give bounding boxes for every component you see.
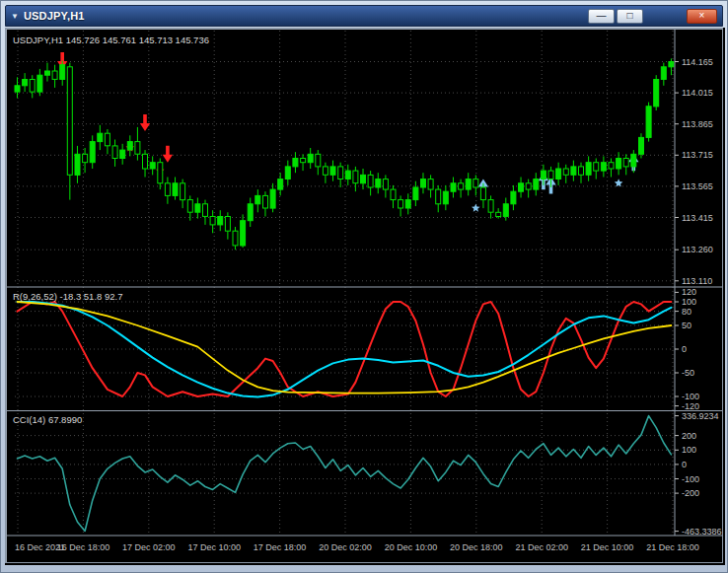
candle	[436, 189, 441, 204]
candle	[503, 204, 508, 217]
time-label: 21 Dec 10:00	[581, 542, 634, 552]
candle	[391, 189, 396, 200]
candle	[571, 167, 576, 175]
candle	[594, 163, 599, 171]
sell-arrow-icon	[140, 114, 150, 131]
candle	[23, 80, 28, 86]
candle	[301, 159, 306, 163]
wpr-slow-line	[18, 302, 672, 394]
candle	[127, 142, 132, 150]
chart-client-area: 114.165114.015113.865113.715113.565113.4…	[5, 28, 725, 565]
candle	[181, 183, 185, 200]
axis-label: 113.565	[682, 181, 713, 191]
axis-label: 113.865	[682, 119, 713, 129]
wpr-mid-line	[18, 302, 672, 397]
window-titlebar[interactable]: ▼ USDJPY,H1 — □ ×	[5, 5, 723, 27]
candle	[187, 200, 192, 213]
candle	[270, 189, 275, 208]
candle	[541, 171, 546, 179]
candle	[30, 80, 35, 93]
axis-label: 336.9234	[682, 411, 719, 421]
axis-label: 100	[682, 297, 696, 307]
candle	[383, 179, 388, 190]
candle	[669, 62, 674, 67]
candle	[451, 183, 456, 191]
time-label: 21 Dec 02:00	[515, 542, 568, 552]
restore-button[interactable]: □	[617, 9, 643, 24]
time-label: 17 Dec 02:00	[122, 542, 176, 552]
candle	[248, 204, 253, 221]
time-axis: 16 Dec 202116 Dec 18:0017 Dec 02:0017 De…	[15, 542, 699, 552]
candle	[67, 67, 72, 176]
candle	[45, 71, 50, 75]
candle	[466, 179, 471, 190]
axis-label: 50	[682, 321, 692, 330]
candle	[37, 75, 42, 92]
axis-label: 80	[682, 307, 692, 317]
axis-label: 0	[682, 460, 687, 469]
axis-label: 113.715	[682, 150, 713, 160]
candle	[345, 171, 350, 179]
close-button[interactable]: ×	[687, 9, 717, 24]
candle	[609, 163, 614, 169]
candle	[158, 163, 163, 183]
candle	[308, 154, 313, 162]
buy-star-icon	[615, 179, 623, 186]
candle	[173, 183, 178, 196]
candle	[98, 133, 103, 141]
candle	[105, 133, 109, 146]
time-label: 16 Dec 18:00	[57, 542, 110, 552]
chart-canvas[interactable]: 114.165114.015113.865113.715113.565113.4…	[5, 28, 723, 563]
candle	[586, 163, 591, 176]
window-title: USDJPY,H1	[24, 10, 85, 22]
candle	[579, 167, 584, 175]
axis-label: 113.110	[682, 276, 712, 286]
axis-label: 114.165	[682, 57, 713, 67]
minimize-button[interactable]: —	[588, 9, 615, 24]
sell-arrow-icon	[163, 146, 173, 163]
candle	[488, 200, 493, 213]
candle	[399, 200, 403, 208]
time-label: 21 Dec 18:00	[646, 542, 699, 552]
candle	[405, 200, 410, 208]
candle	[617, 159, 621, 170]
candle	[563, 169, 568, 175]
candle	[143, 154, 148, 169]
axis-label: 113.415	[682, 213, 713, 223]
candle	[534, 179, 539, 190]
candle	[519, 183, 524, 191]
candle	[631, 154, 636, 167]
chart-frame	[7, 30, 724, 564]
candle	[233, 231, 238, 246]
axis-label: 120	[682, 287, 696, 297]
axis-label: 113.260	[682, 245, 713, 254]
candle	[330, 167, 335, 175]
axis-label: -50	[682, 368, 694, 378]
axis-label: -463.3386	[682, 527, 722, 537]
candle	[601, 163, 606, 171]
candle	[526, 183, 531, 189]
candle	[241, 221, 246, 246]
candle	[661, 67, 666, 80]
candle	[293, 159, 298, 167]
candle	[480, 187, 485, 200]
axis-label: -120	[682, 401, 699, 411]
axis-label: -100	[682, 474, 699, 484]
buy-star-icon	[472, 204, 480, 212]
time-label: 20 Dec 10:00	[385, 542, 438, 552]
candle	[421, 179, 426, 187]
candle	[285, 167, 290, 179]
candle	[120, 150, 125, 158]
axis-label: 100	[682, 445, 696, 455]
candle	[556, 169, 561, 179]
candle	[225, 217, 230, 232]
candle	[368, 175, 373, 187]
candle	[83, 154, 88, 162]
chart-window: ▼ USDJPY,H1 — □ × 114.165114.015113.8651…	[0, 0, 728, 573]
candle	[361, 175, 366, 182]
candle	[135, 142, 140, 155]
candle	[150, 163, 155, 169]
candle	[90, 142, 95, 163]
candle	[323, 167, 328, 175]
candle	[496, 212, 501, 216]
